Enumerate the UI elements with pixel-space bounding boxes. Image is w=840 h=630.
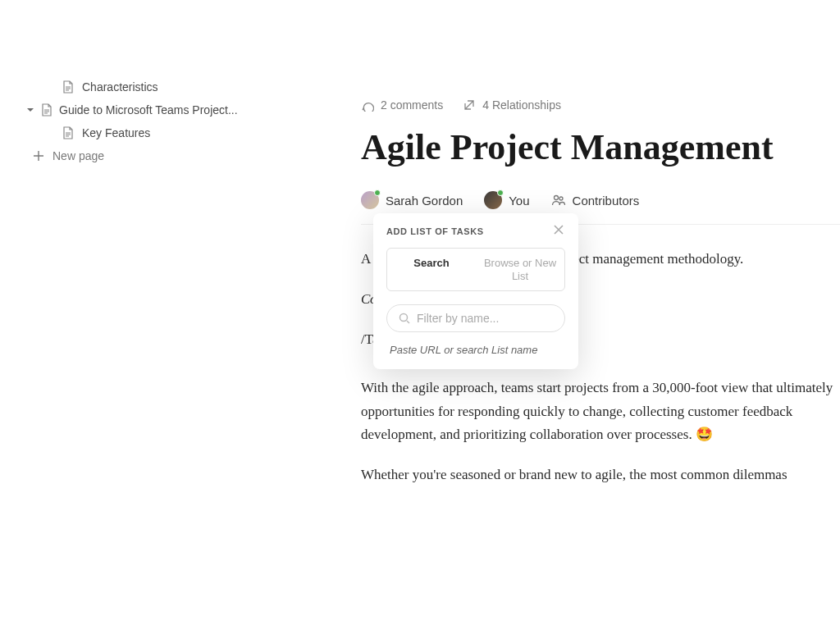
sidebar-item-key-features[interactable]: Key Features	[0, 121, 279, 144]
document-icon	[41, 103, 52, 116]
close-button[interactable]	[552, 223, 567, 238]
people-icon	[551, 193, 566, 208]
sidebar-item-characteristics[interactable]: Characteristics	[0, 75, 279, 98]
comments-count: 2 comments	[381, 98, 443, 112]
popover-title: ADD LIST OF TASKS	[386, 226, 565, 236]
svg-point-2	[400, 314, 408, 322]
plus-icon	[33, 150, 44, 162]
document-icon	[62, 126, 74, 139]
avatar	[484, 191, 502, 209]
contributor-sarah[interactable]: Sarah Gordon	[361, 191, 463, 209]
contributor-name: Sarah Gordon	[386, 194, 463, 208]
online-dot	[497, 189, 504, 196]
popover-tabs: Search Browse or New List	[386, 248, 565, 291]
tab-search[interactable]: Search	[387, 249, 476, 290]
new-page-button[interactable]: New page	[0, 144, 279, 167]
meta-row: 2 comments 4 Relationships	[361, 98, 840, 112]
contributor-you[interactable]: You	[484, 191, 529, 209]
filter-field[interactable]	[386, 304, 565, 332]
text: A	[361, 251, 371, 267]
page-title[interactable]: Agile Project Management	[361, 126, 840, 168]
popover-hint: Paste URL or search List name	[386, 344, 565, 356]
online-dot	[374, 189, 381, 196]
sidebar-item-label: Guide to Microsoft Teams Project...	[59, 103, 238, 116]
filter-input[interactable]	[417, 312, 553, 325]
relationships-link[interactable]: 4 Relationships	[463, 98, 561, 112]
scrollbar[interactable]	[832, 66, 838, 630]
svg-point-0	[554, 196, 558, 200]
new-page-label: New page	[52, 149, 104, 162]
comments-link[interactable]: 2 comments	[361, 98, 443, 112]
relationships-count: 4 Relationships	[482, 98, 561, 112]
relationships-icon	[463, 98, 476, 112]
contributors-link[interactable]: Contributors	[551, 193, 640, 208]
contributor-name: You	[509, 194, 529, 208]
sidebar-item-label: Characteristics	[82, 80, 158, 94]
comment-icon	[361, 98, 374, 112]
chevron-down-icon[interactable]	[26, 106, 34, 114]
sidebar-item-guide-teams[interactable]: Guide to Microsoft Teams Project...	[0, 98, 279, 121]
sidebar-item-label: Key Features	[82, 126, 150, 139]
sidebar: Characteristics Guide to Microsoft Teams…	[0, 66, 279, 630]
text: With the agile approach, teams start pro…	[361, 377, 840, 448]
search-icon	[399, 313, 410, 324]
text: Whether you're seasoned or brand new to …	[361, 463, 840, 487]
avatar	[361, 191, 379, 209]
add-list-popover: ADD LIST OF TASKS Search Browse or New L…	[373, 213, 578, 369]
contributors-label: Contributors	[573, 194, 640, 208]
text: ect management methodology.	[573, 251, 743, 267]
document-icon	[62, 80, 74, 94]
svg-point-1	[559, 197, 563, 200]
tab-browse[interactable]: Browse or New List	[476, 249, 564, 290]
